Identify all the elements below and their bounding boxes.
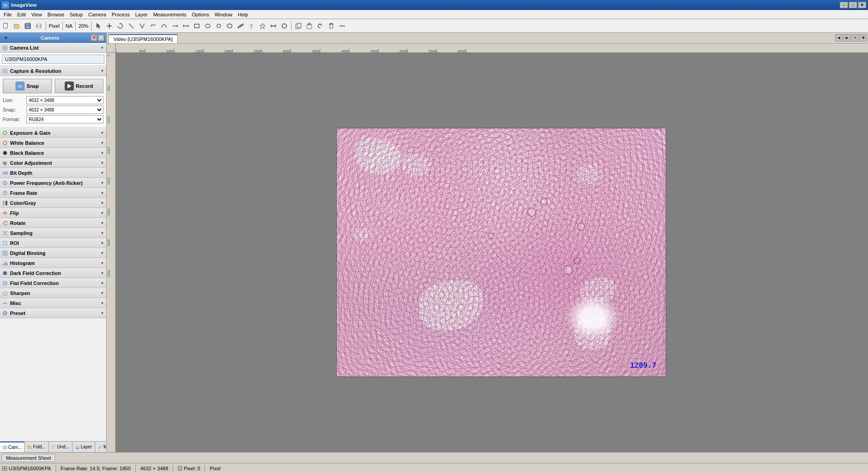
ruler-left-mark: 3000 xyxy=(107,239,110,246)
power-freq-section-header[interactable]: Power Frequency (Anti-flicker) ▼ xyxy=(0,178,106,188)
circle-tool[interactable] xyxy=(214,21,224,31)
tab-scroll-right[interactable]: ► xyxy=(843,34,851,41)
open-button[interactable] xyxy=(12,21,22,31)
copy-tool[interactable] xyxy=(293,21,303,31)
record-button[interactable]: Record xyxy=(55,79,104,93)
menu-view[interactable]: View xyxy=(29,11,45,18)
roi-section-header[interactable]: ROI ▼ xyxy=(0,238,106,248)
live-select[interactable]: 4632 × 3488 xyxy=(26,96,103,104)
flat-field-section-header[interactable]: Flat Field Correction ▼ xyxy=(0,278,106,288)
image-container: 0 500 1000 1500 2000 2500 3000 3500 4000… xyxy=(107,44,868,452)
rotate-tool[interactable] xyxy=(115,21,125,31)
calibrate-tool[interactable] xyxy=(279,21,289,31)
misc-icon xyxy=(2,300,8,306)
menu-measurements[interactable]: Measurements xyxy=(150,11,189,18)
panel-close-button[interactable]: ✕ xyxy=(98,35,104,41)
snap-button[interactable]: Snap xyxy=(3,79,52,93)
tissue-background: 1209.7 xyxy=(337,128,666,376)
svg-rect-40 xyxy=(308,23,310,25)
bezier-tool[interactable] xyxy=(159,21,169,31)
svg-point-25 xyxy=(217,24,221,28)
sharpen-section-header[interactable]: Sharpen ▼ xyxy=(0,288,106,298)
tab-layer[interactable]: Layer xyxy=(72,442,95,452)
image-viewport: 1209.7 xyxy=(116,53,868,452)
polygon-tool[interactable] xyxy=(225,21,235,31)
new-button[interactable] xyxy=(1,21,11,31)
tissue-image: 1209.7 xyxy=(336,128,666,377)
freehand-tool[interactable] xyxy=(148,21,158,31)
menu-options[interactable]: Options xyxy=(189,11,212,18)
tab-camera[interactable]: Cam... xyxy=(0,442,25,452)
panel-nav-arrow[interactable]: ◄ xyxy=(2,33,9,42)
menu-edit[interactable]: Edit xyxy=(15,11,29,18)
format-select[interactable]: RGB24 xyxy=(26,115,103,123)
white-balance-section-header[interactable]: White Balance ▼ xyxy=(0,138,106,148)
misc-section-header[interactable]: Misc ▼ xyxy=(0,298,106,308)
measurement-sheet-tab[interactable]: Measurement Sheet xyxy=(2,454,55,462)
frame-rate-section-header[interactable]: Frame Rate ▼ xyxy=(0,188,106,198)
tab-menu[interactable]: ▼ xyxy=(860,34,867,41)
line-tool[interactable] xyxy=(126,21,136,31)
preset-section-header[interactable]: Preset ▼ xyxy=(0,308,106,318)
tab-scroll-left[interactable]: ◄ xyxy=(835,34,842,41)
camera-item[interactable]: U3ISPM16000KPA xyxy=(2,55,104,64)
svg-point-99 xyxy=(6,303,7,304)
rec-icon xyxy=(65,81,74,91)
svg-point-56 xyxy=(3,131,7,135)
save-button[interactable] xyxy=(23,21,33,31)
print-button[interactable] xyxy=(34,21,44,31)
capture-section-header[interactable]: Capture & Resolution ▼ xyxy=(0,66,106,76)
rotate-section-header[interactable]: Rotate ▼ xyxy=(0,218,106,228)
scale-bar-tool[interactable] xyxy=(268,21,278,31)
title-bar-controls[interactable]: ─ □ ✕ xyxy=(840,2,866,8)
color-adjustment-section-header[interactable]: Color Adjustment ▼ xyxy=(0,158,106,168)
minimize-button[interactable]: ─ xyxy=(840,2,848,8)
double-arrow-tool[interactable] xyxy=(181,21,191,31)
menu-window[interactable]: Window xyxy=(212,11,235,18)
sampling-section-header[interactable]: Sampling ▼ xyxy=(0,228,106,238)
paste-tool[interactable] xyxy=(304,21,314,31)
crosshair-tool[interactable] xyxy=(104,21,114,31)
menu-browse[interactable]: Browse xyxy=(45,11,67,18)
ellipse-tool[interactable] xyxy=(203,21,213,31)
app-title: ImageView xyxy=(11,2,37,8)
camera-list-section-header[interactable]: Camera List ▼ xyxy=(0,43,106,53)
menu-file[interactable]: File xyxy=(1,11,15,18)
color-gray-section-header[interactable]: Color/Gray ▼ xyxy=(0,198,106,208)
black-balance-section-header[interactable]: Black Balance ▼ xyxy=(0,148,106,158)
tab-mea[interactable]: Mea... xyxy=(95,442,106,452)
cursor-tool[interactable] xyxy=(93,21,103,31)
frame-rate-status: Frame Rate: 14.5; Frame: 1850 xyxy=(61,466,131,471)
undo-tool[interactable] xyxy=(315,21,325,31)
bit-depth-section-header[interactable]: Bit Depth ▼ xyxy=(0,168,106,178)
more-tool[interactable] xyxy=(337,21,347,31)
histogram-section-header[interactable]: Histogram ▼ xyxy=(0,258,106,268)
text-tool[interactable]: T xyxy=(247,21,257,31)
maximize-button[interactable]: □ xyxy=(849,2,857,8)
tab-undo[interactable]: Und... xyxy=(49,442,72,452)
link-tool[interactable] xyxy=(236,21,246,31)
roi-arrow: ▼ xyxy=(100,241,104,245)
arrow-tool[interactable] xyxy=(170,21,180,31)
flip-section-header[interactable]: Flip ▼ xyxy=(0,208,106,218)
tab-new[interactable]: + xyxy=(852,34,859,41)
menu-camera[interactable]: Camera xyxy=(86,11,109,18)
menu-setup[interactable]: Setup xyxy=(67,11,86,18)
svg-rect-107 xyxy=(76,448,79,449)
misc-title: Misc xyxy=(10,300,100,306)
snap-res-select[interactable]: 4632 × 3488 xyxy=(26,106,103,114)
dark-field-section-header[interactable]: Dark Field Correction ▼ xyxy=(0,268,106,278)
panel-pin-button[interactable]: 📌 xyxy=(91,35,97,41)
menu-layer[interactable]: Layer xyxy=(133,11,151,18)
menu-help[interactable]: Help xyxy=(235,11,251,18)
video-tab[interactable]: Video [U3ISPM16000KPA] xyxy=(108,34,178,43)
angle-tool[interactable] xyxy=(137,21,147,31)
delete-tool[interactable] xyxy=(326,21,336,31)
tab-folder[interactable]: Fold... xyxy=(25,442,49,452)
star-tool[interactable] xyxy=(257,21,267,31)
exposure-section-header[interactable]: Exposure & Gain ▼ xyxy=(0,128,106,138)
rect-tool[interactable] xyxy=(192,21,202,31)
digital-binning-section-header[interactable]: Digital Binning ▼ xyxy=(0,248,106,258)
close-button[interactable]: ✕ xyxy=(858,2,866,8)
menu-process[interactable]: Process xyxy=(109,11,133,18)
